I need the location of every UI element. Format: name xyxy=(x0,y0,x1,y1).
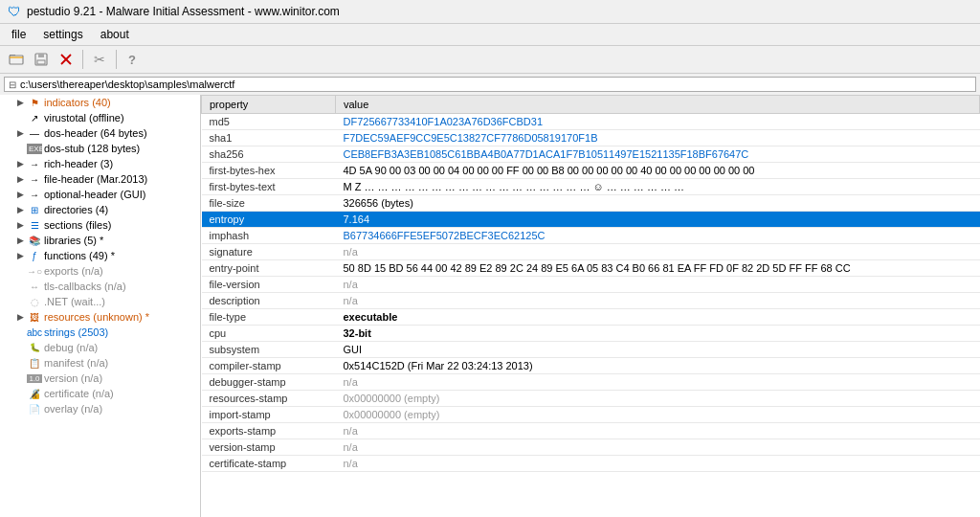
property-cell: file-size xyxy=(202,195,336,212)
cut-button[interactable]: ✂ xyxy=(89,49,110,70)
table-row[interactable]: exports-stampn/a xyxy=(202,423,980,439)
tree-item-manifest[interactable]: 📋 manifest (n/a) xyxy=(0,355,200,371)
table-row[interactable]: descriptionn/a xyxy=(202,293,980,309)
expand-dos-header[interactable]: ▶ xyxy=(13,126,27,140)
table-row[interactable]: compiler-stamp0x514C152D (Fri Mar 22 03:… xyxy=(202,358,980,374)
hash-link[interactable]: F7DEC59AEF9CC9E5C13827CF7786D05819170F1B xyxy=(344,132,598,144)
tree-item-tls[interactable]: ↔ tls-callbacks (n/a) xyxy=(0,279,200,294)
value-cell[interactable]: DF725667733410F1A023A76D36FCBD31 xyxy=(336,114,980,130)
table-row[interactable]: first-bytes-textM Z … … … … … … … … … … … xyxy=(202,179,980,195)
table-row[interactable]: file-versionn/a xyxy=(202,277,980,293)
expand-functions[interactable]: ▶ xyxy=(13,249,27,262)
menu-settings[interactable]: settings xyxy=(35,26,90,43)
tree-item-dos-header[interactable]: ▶ — dos-header (64 bytes) xyxy=(0,125,200,141)
gray-value: n/a xyxy=(344,279,358,290)
tree-item-file-header[interactable]: ▶ → file-header (Mar.2013) xyxy=(0,171,200,187)
manifest-icon: 📋 xyxy=(27,358,42,369)
value-cell[interactable]: F7DEC59AEF9CC9E5C13827CF7786D05819170F1B xyxy=(336,130,980,146)
tree-item-optional-header[interactable]: ▶ → optional-header (GUI) xyxy=(0,187,200,202)
expand-indicators[interactable]: ▶ xyxy=(13,96,27,109)
tree-item-libraries[interactable]: ▶ 📚 libraries (5) * xyxy=(0,233,200,248)
manifest-label: manifest (n/a) xyxy=(44,357,108,369)
value-cell[interactable]: B67734666FFE5EF5072BECF3EC62125C xyxy=(336,228,980,244)
optional-header-label: optional-header (GUI) xyxy=(44,189,145,200)
tree-item-virustotal[interactable]: ▶ ↗ virustotal (offline) xyxy=(0,110,200,125)
table-row[interactable]: import-stamp0x00000000 (empty) xyxy=(202,407,980,423)
table-row[interactable]: first-bytes-hex4D 5A 90 00 03 00 00 04 0… xyxy=(202,163,980,179)
save-button[interactable] xyxy=(31,49,52,70)
tree-item-strings[interactable]: abc strings (2503) xyxy=(0,325,200,340)
tree-item-certificate[interactable]: 🔏 certificate (n/a) xyxy=(0,386,200,401)
property-cell: version-stamp xyxy=(202,439,336,456)
sections-label: sections (files) xyxy=(44,219,111,231)
table-row[interactable]: imphashB67734666FFE5EF5072BECF3EC62125C xyxy=(202,228,980,244)
table-row[interactable]: signaturen/a xyxy=(202,244,980,260)
file-header-icon: → xyxy=(27,174,42,185)
tree-item-debug[interactable]: 🐛 debug (n/a) xyxy=(0,340,200,355)
property-cell: first-bytes-hex xyxy=(202,163,336,179)
expand-libraries[interactable]: ▶ xyxy=(13,234,27,247)
expand-optional-header[interactable]: ▶ xyxy=(13,188,27,201)
table-row[interactable]: file-typeexecutable xyxy=(202,309,980,326)
value-cell: 50 8D 15 BD 56 44 00 42 89 E2 89 2C 24 8… xyxy=(336,260,980,277)
open-button[interactable] xyxy=(6,49,27,70)
path-text: c:\users\thereaper\desktop\samples\malwe… xyxy=(20,79,234,90)
expand-resources[interactable]: ▶ xyxy=(13,310,27,324)
value-cell: 0x00000000 (empty) xyxy=(336,407,980,423)
expand-rich-header[interactable]: ▶ xyxy=(13,157,27,170)
property-cell: signature xyxy=(202,244,336,260)
menu-file[interactable]: file xyxy=(4,26,33,43)
dos-header-icon: — xyxy=(27,128,42,139)
tree-item-functions[interactable]: ▶ ƒ functions (49) * xyxy=(0,248,200,263)
tree-item-resources[interactable]: ▶ 🖼 resources (unknown) * xyxy=(0,309,200,325)
table-row[interactable]: entropy7.164 xyxy=(202,212,980,228)
table-row[interactable]: file-size326656 (bytes) xyxy=(202,195,980,212)
table-row[interactable]: resources-stamp0x00000000 (empty) xyxy=(202,391,980,407)
value-cell: n/a xyxy=(336,456,980,472)
expand-sections[interactable]: ▶ xyxy=(13,218,27,232)
table-row[interactable]: md5DF725667733410F1A023A76D36FCBD31 xyxy=(202,114,980,130)
dos-header-label: dos-header (64 bytes) xyxy=(44,127,147,139)
tree-item-rich-header[interactable]: ▶ → rich-header (3) xyxy=(0,156,200,171)
resources-icon: 🖼 xyxy=(27,312,42,323)
path-bar: ⊟ c:\users\thereaper\desktop\samples\mal… xyxy=(4,77,976,92)
hash-link[interactable]: B67734666FFE5EF5072BECF3EC62125C xyxy=(344,230,546,241)
strings-icon: abc xyxy=(27,327,42,338)
bold-value: 32-bit xyxy=(344,327,371,339)
table-row[interactable]: certificate-stampn/a xyxy=(202,456,980,472)
table-row[interactable]: debugger-stampn/a xyxy=(202,374,980,391)
close-button[interactable] xyxy=(56,49,77,70)
hash-link[interactable]: CEB8EFB3A3EB1085C61BBA4B0A77D1ACA1F7B105… xyxy=(344,148,749,160)
tree-item-exports[interactable]: →○ exports (n/a) xyxy=(0,263,200,279)
functions-icon: ƒ xyxy=(27,251,42,261)
tree-item-dos-stub[interactable]: EXE dos-stub (128 bytes) xyxy=(0,141,200,156)
table-row[interactable]: sha1F7DEC59AEF9CC9E5C13827CF7786D0581917… xyxy=(202,130,980,146)
table-row[interactable]: version-stampn/a xyxy=(202,439,980,456)
toolbar: ✂ ? xyxy=(0,46,980,74)
tree-item-indicators[interactable]: ▶ ⚑ indicators (40) xyxy=(0,95,200,110)
net-label: .NET (wait...) xyxy=(44,296,105,307)
menu-about[interactable]: about xyxy=(93,26,137,43)
expand-file-header[interactable]: ▶ xyxy=(13,172,27,186)
tree-item-overlay[interactable]: 📄 overlay (n/a) xyxy=(0,401,200,416)
property-cell: compiler-stamp xyxy=(202,358,336,374)
functions-label: functions (49) * xyxy=(44,250,115,261)
tree-item-directories[interactable]: ▶ ⊞ directories (4) xyxy=(0,202,200,217)
path-expand[interactable]: ⊟ xyxy=(9,79,16,90)
table-row[interactable]: subsystemGUI xyxy=(202,342,980,358)
tree-item-version[interactable]: 1.0 version (n/a) xyxy=(0,371,200,386)
version-icon: 1.0 xyxy=(27,374,42,383)
table-row[interactable]: sha256CEB8EFB3A3EB1085C61BBA4B0A77D1ACA1… xyxy=(202,146,980,163)
table-row[interactable]: cpu32-bit xyxy=(202,326,980,342)
help-button[interactable]: ? xyxy=(122,49,144,70)
toolbar-separator xyxy=(82,50,83,69)
hash-link[interactable]: DF725667733410F1A023A76D36FCBD31 xyxy=(344,116,544,127)
tree-item-sections[interactable]: ▶ ☰ sections (files) xyxy=(0,217,200,233)
value-cell[interactable]: CEB8EFB3A3EB1085C61BBA4B0A77D1ACA1F7B105… xyxy=(336,146,980,163)
expand-directories[interactable]: ▶ xyxy=(13,203,27,216)
table-row[interactable]: entry-point50 8D 15 BD 56 44 00 42 89 E2… xyxy=(202,260,980,277)
tree-item-net[interactable]: ◌ .NET (wait...) xyxy=(0,294,200,309)
certificate-label: certificate (n/a) xyxy=(44,388,114,399)
gray-value: n/a xyxy=(344,441,358,453)
directories-label: directories (4) xyxy=(44,204,108,215)
